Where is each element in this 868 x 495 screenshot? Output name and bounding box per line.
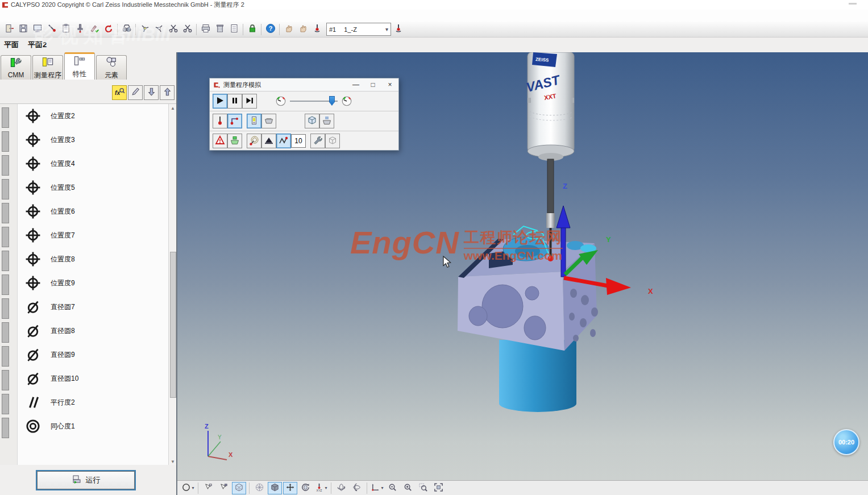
select-feature-icon[interactable] bbox=[201, 482, 215, 494]
report-icon[interactable] bbox=[227, 22, 241, 36]
print-icon[interactable] bbox=[198, 22, 213, 36]
stylus-cut-icon[interactable] bbox=[166, 22, 180, 36]
probe-column-button[interactable] bbox=[247, 114, 261, 128]
menu-item[interactable] bbox=[103, 10, 111, 22]
move-up-button[interactable] bbox=[160, 85, 175, 100]
tab-elements[interactable]: 元素 bbox=[96, 55, 127, 80]
probe-rack-icon[interactable] bbox=[73, 22, 87, 36]
zoom-out-icon[interactable] bbox=[385, 482, 400, 494]
probe-path-button[interactable] bbox=[227, 114, 242, 128]
chevron-down-icon[interactable]: ▾ bbox=[325, 485, 327, 490]
scissors-icon[interactable] bbox=[180, 22, 194, 36]
cube-outline-button[interactable] bbox=[325, 134, 340, 148]
scroll-thumb[interactable] bbox=[170, 252, 176, 398]
list-item[interactable]: 位置度8 bbox=[18, 247, 161, 271]
menu-item[interactable] bbox=[24, 10, 32, 22]
probe-selector-dropdown[interactable]: #1 1_-Z ▾ bbox=[326, 23, 391, 36]
wireframe-cube-icon[interactable] bbox=[232, 482, 246, 494]
run-button[interactable]: 运行 bbox=[37, 471, 135, 489]
menu-item[interactable] bbox=[72, 10, 80, 22]
fit-view-icon[interactable] bbox=[431, 482, 446, 494]
cone-button[interactable] bbox=[261, 134, 276, 148]
axis-view-icon[interactable]: ▾ bbox=[370, 482, 384, 494]
scroll-down-icon[interactable]: ▼ bbox=[169, 457, 177, 465]
simulation-dialog[interactable]: 测量程序模拟 — □ × bbox=[209, 78, 399, 151]
list-item[interactable]: 位置度4 bbox=[18, 152, 161, 176]
hand-probe-alt-icon[interactable] bbox=[296, 22, 310, 36]
collision-warning-button[interactable] bbox=[213, 134, 227, 148]
probe-xyz-icon[interactable]: XYZ▾ bbox=[314, 482, 328, 494]
probe-angle-alt-icon[interactable] bbox=[152, 22, 166, 36]
menu-item[interactable] bbox=[56, 10, 64, 22]
menu-item[interactable] bbox=[64, 10, 72, 22]
help-icon[interactable]: ? bbox=[263, 22, 277, 36]
tray-button[interactable] bbox=[261, 114, 276, 128]
speed-points-field[interactable] bbox=[291, 134, 306, 148]
list-item[interactable]: 位置度9 bbox=[18, 271, 161, 295]
menu-item[interactable] bbox=[40, 10, 48, 22]
list-item[interactable]: 直径圆7 bbox=[18, 295, 161, 319]
undo-icon[interactable] bbox=[101, 22, 115, 36]
gauge-probe-button[interactable] bbox=[247, 134, 261, 148]
tray-green-button[interactable] bbox=[227, 134, 242, 148]
dialog-minimize-button[interactable]: — bbox=[347, 80, 364, 90]
play-button[interactable] bbox=[213, 94, 227, 109]
devices-icon[interactable] bbox=[30, 22, 44, 36]
pan-icon[interactable] bbox=[283, 482, 297, 494]
scrollbar[interactable]: ▲ ▼ bbox=[168, 104, 176, 465]
rotate-phi-alt-icon[interactable] bbox=[350, 482, 364, 494]
shape-circle-icon[interactable]: ▾ bbox=[181, 482, 195, 494]
sphere-view-icon[interactable] bbox=[252, 482, 267, 494]
zoom-window-icon[interactable] bbox=[416, 482, 430, 494]
accept-brush-icon[interactable] bbox=[87, 22, 101, 36]
list-item[interactable]: 直径圆10 bbox=[18, 367, 161, 390]
formula-search-button[interactable]: fx bbox=[112, 85, 127, 100]
zoom-in-icon[interactable] bbox=[401, 482, 415, 494]
list-item[interactable]: 同心度1 bbox=[18, 414, 161, 438]
wrench-button[interactable] bbox=[310, 134, 325, 148]
list-item[interactable]: 位置度6 bbox=[18, 199, 161, 223]
list-item[interactable]: 直径圆9 bbox=[18, 343, 161, 367]
menu-item[interactable] bbox=[95, 10, 103, 22]
move-down-button[interactable] bbox=[144, 85, 159, 100]
probe-drop-icon[interactable] bbox=[310, 22, 324, 36]
window-minimize-button[interactable] bbox=[849, 3, 857, 5]
stylus-system-icon[interactable] bbox=[44, 22, 59, 36]
menu-item[interactable] bbox=[0, 10, 8, 22]
speed-slider[interactable] bbox=[290, 95, 338, 107]
menu-item[interactable] bbox=[88, 10, 95, 22]
exit-icon[interactable] bbox=[2, 22, 16, 36]
speed-points-field[interactable] bbox=[291, 134, 306, 148]
list-item[interactable]: 位置度2 bbox=[18, 104, 161, 128]
probe-reference-icon[interactable] bbox=[391, 22, 405, 36]
cube-3d-button[interactable] bbox=[305, 114, 319, 128]
menu-item[interactable] bbox=[32, 10, 40, 22]
search-binoculars-icon[interactable] bbox=[119, 22, 134, 36]
list-item[interactable]: 位置度3 bbox=[18, 128, 161, 152]
curve-button[interactable] bbox=[276, 134, 291, 148]
menu-item[interactable] bbox=[16, 10, 24, 22]
chevron-down-icon[interactable]: ▾ bbox=[192, 485, 194, 490]
dialog-close-button[interactable]: × bbox=[381, 80, 398, 90]
lock-icon[interactable] bbox=[245, 22, 259, 36]
select-feature-solid-icon[interactable] bbox=[217, 482, 231, 494]
probe-point-button[interactable] bbox=[213, 114, 227, 128]
rotate-icon[interactable] bbox=[298, 482, 313, 494]
tab-cmm[interactable]: CMM bbox=[1, 55, 31, 80]
list-item[interactable]: 平行度2 bbox=[18, 390, 161, 414]
rotate-phi-icon[interactable] bbox=[334, 482, 348, 494]
chevron-down-icon[interactable]: ▾ bbox=[381, 485, 383, 490]
menu-item[interactable] bbox=[48, 10, 56, 22]
dialog-title-bar[interactable]: 测量程序模拟 — □ × bbox=[210, 78, 398, 91]
clipboard-icon[interactable] bbox=[59, 22, 73, 36]
scroll-up-icon[interactable]: ▲ bbox=[169, 104, 177, 112]
list-item[interactable]: 位置度5 bbox=[18, 176, 161, 199]
solid-cube-icon[interactable] bbox=[268, 482, 282, 494]
edit-pencil-button[interactable] bbox=[128, 85, 143, 100]
pause-button[interactable] bbox=[227, 94, 242, 109]
step-button[interactable] bbox=[242, 94, 257, 109]
dialog-maximize-button[interactable]: □ bbox=[364, 80, 381, 90]
save-icon[interactable] bbox=[16, 22, 30, 36]
list-item[interactable]: 位置度7 bbox=[18, 223, 161, 247]
tray-cube-button[interactable] bbox=[319, 114, 334, 128]
